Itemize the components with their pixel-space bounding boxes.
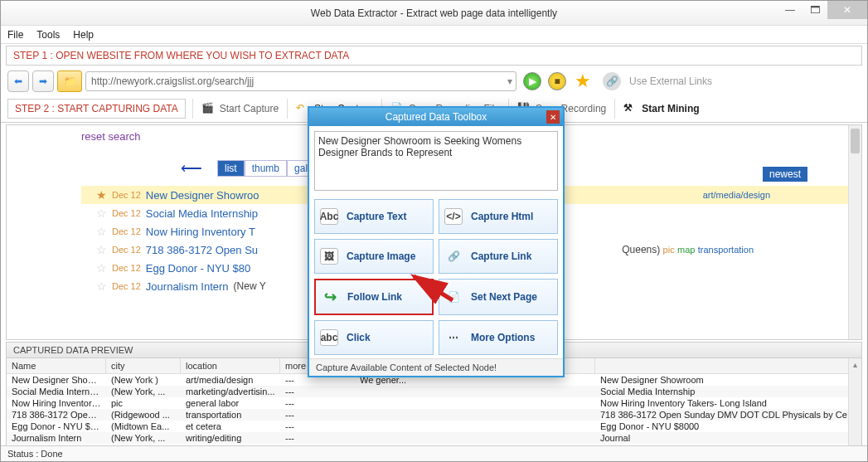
minimize-button[interactable]: — — [778, 1, 803, 19]
play-icon: ▶ — [529, 75, 536, 87]
step1-header: STEP 1 : OPEN WEBSITE FROM WHERE YOU WIS… — [6, 46, 862, 66]
open-folder-button[interactable]: 📁 — [57, 71, 82, 92]
url-dropdown-icon[interactable]: ▾ — [507, 75, 512, 87]
listing-date: Dec 12 — [112, 226, 141, 236]
star-icon[interactable]: ☆ — [96, 280, 107, 293]
maximize-button[interactable]: 🗖 — [803, 1, 827, 19]
capture-image-button[interactable]: 🖼Capture Image — [314, 239, 434, 274]
menu-file[interactable]: File — [7, 29, 23, 41]
record-icon: 🎬 — [201, 102, 215, 115]
page-icon: 📄 — [444, 289, 463, 305]
start-mining-button[interactable]: ⚒Start Mining — [614, 99, 707, 119]
grid-row[interactable]: Now Hiring Inventory Takers- ...picgener… — [7, 397, 861, 409]
html-icon: </> — [444, 208, 463, 225]
arrow-right-icon: ➡ — [39, 75, 47, 87]
stop-icon: ■ — [554, 75, 560, 87]
listing-title[interactable]: New Designer Showroo — [146, 189, 259, 202]
listing-date: Dec 12 — [112, 208, 141, 218]
content-scrollbar[interactable] — [848, 125, 861, 339]
forward-button[interactable]: ➡ — [32, 71, 54, 92]
text-icon: Abc — [320, 208, 338, 225]
star-icon[interactable]: ☆ — [96, 243, 107, 256]
link-icon: 🔗 — [444, 248, 463, 265]
captured-data-toolbox-dialog: Captured Data Toolbox ✕ New Designer Sho… — [308, 106, 565, 377]
dialog-close-button[interactable]: ✕ — [546, 110, 560, 124]
col-location[interactable]: location — [181, 358, 280, 373]
listing-title[interactable]: 718 386-3172 Open Su — [146, 244, 258, 256]
follow-icon: ↪ — [321, 289, 339, 305]
grid-row[interactable]: Journalism Intern(New York, ...writing/e… — [7, 432, 861, 444]
go-button[interactable]: ▶ — [523, 72, 541, 90]
step2-header: STEP 2 : START CAPTURING DATA — [7, 99, 186, 119]
capture-html-button[interactable]: </>Capture Html — [439, 199, 558, 234]
viewmode-list[interactable]: list — [217, 160, 245, 177]
grid-row[interactable]: Social Media Internship(New York, ...mar… — [7, 386, 861, 397]
start-capture-button[interactable]: 🎬Start Capture — [192, 99, 287, 119]
window-titlebar: Web Data Extractor - Extract web page da… — [1, 1, 867, 26]
col-name[interactable]: Name — [7, 358, 106, 373]
star-icon[interactable]: ☆ — [96, 207, 107, 220]
dialog-footer: Capture Available Content of Selected No… — [309, 358, 563, 376]
listing-date: Dec 12 — [112, 263, 141, 273]
dialog-title: Captured Data Toolbox — [386, 111, 487, 123]
window-controls: — 🗖 ✕ — [778, 1, 867, 19]
click-icon: abc — [320, 329, 338, 346]
listing-location: (New Y — [234, 280, 266, 292]
external-links-icon: 🔗 — [603, 72, 621, 90]
close-button[interactable]: ✕ — [827, 1, 867, 19]
star-icon[interactable]: ☆ — [96, 225, 107, 238]
external-links-label[interactable]: Use External Links — [629, 75, 712, 87]
star-icon[interactable]: ★ — [96, 188, 107, 202]
url-input[interactable]: http://newyork.craigslist.org/search/jjj… — [85, 71, 516, 91]
status-bar: Status : Done — [1, 445, 867, 461]
menu-help[interactable]: Help — [73, 29, 94, 41]
listing-title[interactable]: Social Media Internship — [146, 207, 258, 220]
listing-title[interactable]: Now Hiring Inventory T — [146, 226, 255, 238]
star-icon[interactable]: ☆ — [96, 261, 107, 275]
page-back-icon[interactable]: ⟵ — [181, 159, 202, 178]
scroll-up-icon[interactable]: ▴ — [849, 358, 861, 370]
window-title: Web Data Extractor - Extract web page da… — [311, 7, 557, 19]
image-icon: 🖼 — [320, 248, 338, 265]
more-options-button[interactable]: ⋯More Options — [439, 320, 558, 355]
listing-date: Dec 12 — [112, 245, 141, 255]
capture-link-button[interactable]: 🔗Capture Link — [439, 239, 558, 274]
toolbox-button-grid: AbcCapture Text </>Capture Html 🖼Capture… — [309, 196, 563, 358]
listing-date: Dec 12 — [112, 281, 141, 291]
listing-title[interactable]: Egg Donor - NYU $80 — [146, 262, 250, 275]
favorite-button[interactable]: ★ — [575, 71, 591, 92]
scrollbar-thumb[interactable] — [851, 129, 860, 153]
listing-title[interactable]: Journalism Intern — [146, 280, 229, 293]
more-icon: ⋯ — [444, 329, 463, 346]
grid-row[interactable]: Egg Donor - NYU $8000(Midtown Ea...et ce… — [7, 421, 861, 432]
sort-newest[interactable]: newest — [763, 167, 807, 182]
col-city[interactable]: city — [106, 358, 181, 373]
capture-text-button[interactable]: AbcCapture Text — [314, 199, 434, 234]
menu-tools[interactable]: Tools — [36, 29, 60, 41]
grid-row[interactable]: 718 386-3172 Open Sunday ...(Ridgewood .… — [7, 409, 861, 421]
menubar: File Tools Help — [1, 26, 867, 44]
stop-button[interactable]: ■ — [548, 72, 566, 90]
arrow-left-icon: ⬅ — [14, 75, 22, 87]
set-next-page-button[interactable]: 📄Set Next Page — [439, 279, 558, 315]
mining-icon: ⚒ — [623, 102, 637, 115]
listing-tail: Queens) pic map transportation — [622, 244, 754, 255]
follow-link-button[interactable]: ↪Follow Link — [314, 279, 434, 315]
back-button[interactable]: ⬅ — [7, 71, 29, 92]
url-text: http://newyork.craigslist.org/search/jjj — [91, 75, 254, 87]
dialog-titlebar[interactable]: Captured Data Toolbox ✕ — [309, 108, 563, 126]
listing-date: Dec 12 — [112, 190, 141, 200]
click-button[interactable]: abcClick — [314, 320, 434, 355]
captured-text-box[interactable]: New Designer Showroom is Seeking Womens … — [314, 131, 558, 191]
listing-category[interactable]: art/media/design — [703, 190, 770, 200]
grid-scrollbar[interactable]: ▴▾ — [848, 358, 861, 455]
viewmode-thumb[interactable]: thumb — [245, 160, 287, 177]
url-toolbar: ⬅ ➡ 📁 http://newyork.craigslist.org/sear… — [1, 67, 867, 95]
folder-icon: 📁 — [64, 75, 76, 87]
